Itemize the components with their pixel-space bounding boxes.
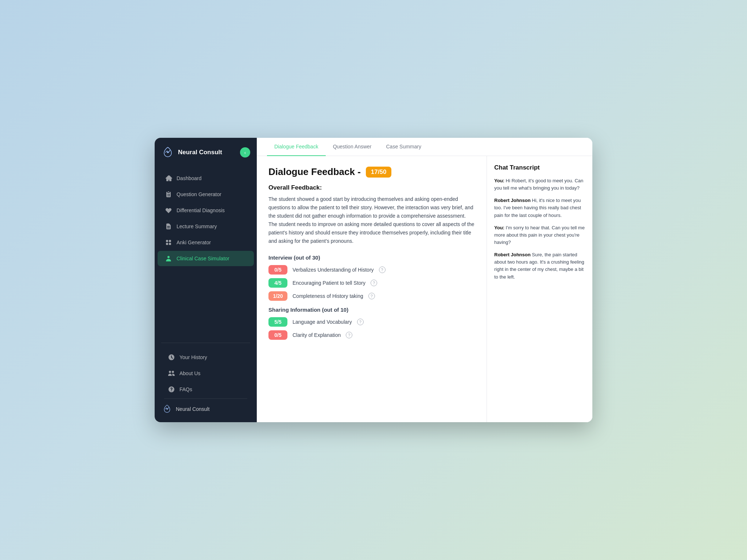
svg-point-1 — [166, 408, 167, 409]
sidebar-item-question-generator[interactable]: Question Generator — [158, 187, 254, 202]
collapse-button[interactable]: ‹ — [240, 147, 250, 158]
score-row-label-1: Encouraging Patient to tell Story — [293, 280, 365, 286]
sidebar-item-label: Question Generator — [177, 191, 221, 197]
sidebar-item-differential-diagnosis[interactable]: Differential Diagnosis — [158, 203, 254, 218]
score-pill-2: 1/20 — [268, 291, 287, 301]
sidebar-item-label: FAQs — [179, 386, 192, 392]
sidebar-footer-brand: Neural Consult — [158, 400, 254, 418]
heart-icon — [165, 207, 172, 214]
document-icon — [165, 223, 172, 230]
sidebar-brand: Neural Consult — [161, 146, 222, 159]
person-icon — [165, 255, 172, 262]
sidebar-footer: Your History About Us FAQs — [155, 345, 257, 422]
sidebar-item-anki-generator[interactable]: Anki Generator — [158, 235, 254, 250]
sidebar-item-label: Differential Diagnosis — [177, 207, 225, 213]
score-row-label-2: Completeness of History taking — [293, 293, 363, 299]
chat-message-0: You: Hi Robert, it's good to meet you. C… — [494, 177, 585, 192]
tab-question-answer[interactable]: Question Answer — [326, 138, 379, 156]
score-row-3: 1/20 Completeness of History taking ? — [268, 291, 475, 301]
score-pill-1: 4/5 — [268, 278, 287, 288]
overall-label: Overall Feedback: — [268, 184, 475, 191]
score-pill-0: 0/5 — [268, 265, 287, 275]
score-row-5: 0/5 Clarity of Explanation ? — [268, 330, 475, 340]
score-pill-4: 0/5 — [268, 330, 287, 340]
help-icon-2[interactable]: ? — [368, 293, 375, 299]
main-content: Dialogue Feedback Question Answer Case S… — [257, 138, 592, 422]
sidebar-item-faqs[interactable]: FAQs — [160, 382, 251, 397]
score-row-1: 0/5 Verbalizes Understanding of History … — [268, 265, 475, 275]
feedback-title-row: Dialogue Feedback - 17/50 — [268, 166, 475, 178]
feedback-title: Dialogue Feedback - — [268, 166, 361, 178]
sidebar-item-label: Anki Generator — [177, 240, 211, 245]
score-row-label-0: Verbalizes Understanding of History — [293, 267, 374, 273]
chat-message-1: Robert Johnson Hi, it's nice to meet you… — [494, 197, 585, 219]
score-pill-3: 5/5 — [268, 317, 287, 327]
overall-text: The student showed a good start by intro… — [268, 195, 475, 246]
footer-brand-name: Neural Consult — [176, 406, 210, 412]
score-row-label-4: Clarity of Explanation — [293, 332, 341, 338]
sidebar: Neural Consult ‹ Dashboard Question Gene… — [155, 138, 257, 422]
sidebar-divider — [161, 343, 250, 343]
help-icon-3[interactable]: ? — [357, 319, 364, 325]
sidebar-bottom-divider — [164, 398, 247, 399]
sidebar-item-label: Dashboard — [177, 175, 202, 181]
content-area: Dialogue Feedback - 17/50 Overall Feedba… — [257, 156, 592, 422]
svg-point-0 — [167, 152, 169, 153]
tab-dialogue-feedback[interactable]: Dialogue Feedback — [267, 138, 326, 156]
brand-icon — [161, 146, 174, 159]
sidebar-item-clinical-case-simulator[interactable]: Clinical Case Simulator — [158, 251, 254, 266]
nav-section: Dashboard Question Generator Differentia… — [155, 167, 257, 341]
people-icon — [168, 370, 175, 377]
chat-message-3: Robert Johnson Sure, the pain started ab… — [494, 251, 585, 281]
chat-title: Chat Transcript — [494, 164, 585, 171]
sidebar-item-label: Your History — [179, 354, 207, 360]
interview-section-label: Interview (out of 30) — [268, 254, 475, 261]
score-badge: 17/50 — [366, 167, 392, 178]
help-icon-1[interactable]: ? — [371, 280, 377, 286]
sidebar-item-label: About Us — [179, 370, 201, 376]
footer-brand-icon — [162, 404, 172, 414]
chat-message-2: You: I'm sorry to hear that. Can you tel… — [494, 224, 585, 246]
history-icon — [168, 354, 175, 361]
help-icon-0[interactable]: ? — [379, 267, 386, 273]
question-generator-icon — [165, 191, 172, 198]
sidebar-item-label: Lecture Summary — [177, 223, 217, 229]
help-icon-4[interactable]: ? — [346, 332, 352, 338]
brand-name: Neural Consult — [178, 149, 222, 156]
score-row-label-3: Language and Vocabulary — [293, 319, 352, 325]
sidebar-item-dashboard[interactable]: Dashboard — [158, 171, 254, 186]
score-row-2: 4/5 Encouraging Patient to tell Story ? — [268, 278, 475, 288]
sidebar-item-label: Clinical Case Simulator — [177, 256, 229, 261]
tab-case-summary[interactable]: Case Summary — [379, 138, 428, 156]
chat-panel: Chat Transcript You: Hi Robert, it's goo… — [487, 156, 592, 422]
sharing-section-label: Sharing Information (out of 10) — [268, 307, 475, 313]
score-row-4: 5/5 Language and Vocabulary ? — [268, 317, 475, 327]
tabs-bar: Dialogue Feedback Question Answer Case S… — [257, 138, 592, 156]
sidebar-item-your-history[interactable]: Your History — [160, 350, 251, 365]
app-container: Neural Consult ‹ Dashboard Question Gene… — [155, 138, 592, 422]
sidebar-header: Neural Consult ‹ — [155, 138, 257, 167]
sidebar-item-about-us[interactable]: About Us — [160, 366, 251, 381]
question-circle-icon — [168, 386, 175, 393]
grid-icon — [165, 239, 172, 246]
feedback-panel: Dialogue Feedback - 17/50 Overall Feedba… — [257, 156, 487, 422]
home-icon — [165, 175, 172, 182]
sidebar-item-lecture-summary[interactable]: Lecture Summary — [158, 219, 254, 234]
